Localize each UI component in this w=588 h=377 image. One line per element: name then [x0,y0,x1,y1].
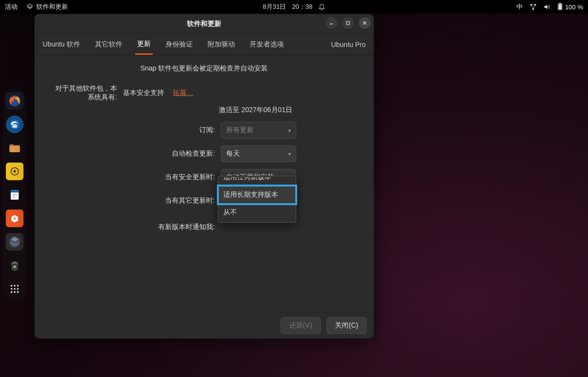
battery-icon [557,3,563,11]
maximize-button[interactable] [342,17,354,29]
notify-dropdown: 适用任何新版本 适用长期支持版本 从不 [218,176,296,223]
security-updates-label: 当有安全更新时: [49,173,221,182]
snap-note: Snap 软件包更新会被定期检查并自动安装 [49,64,359,73]
svg-rect-34 [347,22,350,24]
subscribe-combo: 所有更新 ▾ [221,122,296,139]
window-title: 软件和更新 [187,20,221,28]
tab-updates[interactable]: 更新 [135,35,153,55]
auto-check-combo[interactable]: 每天 ▾ [221,145,296,162]
svg-point-30 [11,291,13,293]
dock-firefox[interactable] [6,92,24,110]
svg-point-28 [14,288,16,290]
activities-button[interactable]: 活动 [5,2,18,11]
app-menu-label: 软件和更新 [36,2,68,11]
tab-ubuntu-software[interactable]: Ubuntu 软件 [41,35,82,54]
tab-additional-drivers[interactable]: 附加驱动 [206,35,237,54]
svg-point-13 [14,170,16,173]
content-area: Snap 软件包更新会被定期检查并自动安装 对于其他软件包，本系统具有: 基本安… [35,55,374,312]
svg-point-31 [14,291,16,293]
software-updates-icon [26,3,33,10]
notify-option-any[interactable]: 适用任何新版本 [218,177,296,186]
dock-writer[interactable] [6,186,24,204]
tab-authentication[interactable]: 身份验证 [164,35,195,54]
security-support-label: 对于其他软件包，本系统具有: [49,84,123,102]
titlebar[interactable]: 软件和更新 [35,14,374,34]
software-updates-window: 软件和更新 Ubuntu 软件 其它软件 更新 身份验证 附加驱动 开发者选项 … [34,14,374,339]
tab-ubuntu-pro[interactable]: Ubuntu Pro [329,36,368,53]
chevron-down-icon: ▾ [288,128,291,133]
svg-point-25 [14,285,16,287]
other-updates-label: 当有其它更新时: [49,196,221,205]
dock-software-updates[interactable] [6,233,24,251]
app-menu[interactable]: 软件和更新 [26,2,68,11]
svg-point-26 [17,285,19,287]
svg-point-32 [17,291,19,293]
revert-button[interactable]: 还原(V) [281,317,321,334]
chevron-down-icon: ▾ [288,151,291,157]
tab-developer-options[interactable]: 开发者选项 [248,35,286,54]
tab-bar: Ubuntu 软件 其它软件 更新 身份验证 附加驱动 开发者选项 Ubuntu… [35,34,374,55]
auto-check-label: 自动检查更新: [49,149,221,158]
notify-label: 有新版本时通知我: [49,223,221,232]
dock-files[interactable] [6,139,24,157]
svg-rect-11 [10,146,20,152]
svg-rect-5 [559,4,562,9]
dock-trash[interactable] [6,257,24,274]
svg-point-24 [11,285,13,287]
svg-point-27 [11,288,13,290]
subscribe-label: 订阅: [49,126,221,135]
notify-option-lts[interactable]: 适用长期支持版本 [218,186,296,204]
battery-percent: 100 % [565,3,583,11]
input-method-indicator[interactable]: 中 [517,2,523,11]
tab-other-software[interactable]: 其它软件 [93,35,124,54]
dock-ubuntu-software[interactable]: A [6,210,24,227]
dock-thunderbird[interactable] [6,116,24,133]
auto-check-value: 每天 [226,149,240,158]
close-button[interactable] [359,17,371,29]
dock: A [3,88,26,302]
subscribe-value: 所有更新 [226,126,254,135]
minimize-button[interactable] [326,17,337,29]
volume-icon[interactable] [543,3,550,10]
svg-text:A: A [13,216,16,221]
battery-indicator[interactable]: 100 % [557,3,583,11]
dialog-footer: 还原(V) 关闭(C) [35,312,374,338]
network-icon[interactable] [530,3,537,10]
svg-point-29 [17,288,19,290]
dock-show-apps[interactable] [6,280,24,298]
time-label[interactable]: 20：38 [292,2,312,11]
svg-rect-22 [13,261,16,262]
dock-rhythmbox[interactable] [6,163,24,180]
security-support-value: 基本安全支持 [123,89,164,97]
active-until: 激活至 2027年06月01日 [219,106,292,115]
svg-rect-4 [559,3,561,4]
notify-option-never[interactable]: 从不 [218,204,296,221]
top-bar: 活动 软件和更新 8月31日 20：38 中 100 % [0,0,588,14]
date-label[interactable]: 8月31日 [263,2,286,11]
notification-icon[interactable] [318,3,325,10]
extend-link[interactable]: 拓展… [173,89,193,97]
svg-rect-21 [11,262,18,263]
svg-rect-15 [11,190,19,192]
close-dialog-button[interactable]: 关闭(C) [327,317,367,334]
